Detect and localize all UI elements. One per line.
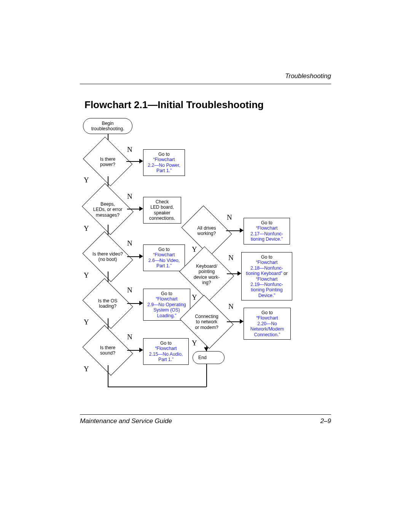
page: Troubleshooting Flowchart 2.1—Initial Tr…: [0, 0, 411, 532]
label-n: N: [127, 192, 132, 201]
link-flowchart-2-6[interactable]: “Flowchart2.6—No Video,Part 1.”: [148, 252, 180, 268]
label-y: Y: [84, 224, 89, 233]
or-text: or: [282, 271, 288, 276]
link-flowchart-2-17[interactable]: “Flowchart2.17—Nonfunc-tioning Device.”: [250, 225, 283, 242]
label-y: Y: [84, 271, 89, 280]
label-n: N: [127, 286, 132, 294]
label-n: N: [127, 145, 132, 154]
label-y: Y: [192, 245, 197, 254]
goto-prefix: Go to: [146, 152, 182, 157]
label-n: N: [127, 333, 132, 341]
process-check-led: CheckLED board,speakerconnections.: [143, 197, 181, 224]
link-flowchart-2-9[interactable]: “Flowchart2.9—No OperatingSystem (OS)Loa…: [147, 296, 186, 318]
footer-left: Maintenance and Service Guide: [80, 417, 172, 425]
link-flowchart-2-18[interactable]: “Flowchart2.18—Nonfunc-tioning Keyboard”: [246, 260, 283, 276]
goto-prefix: Go to: [146, 340, 186, 346]
process-no-video: Go to “Flowchart2.6—No Video,Part 1.”: [143, 244, 185, 271]
process-no-power: Go to “Flowchart2.2—No Power,Part 1.”: [143, 149, 185, 176]
process-no-network: Go to “Flowchart2.20—NoNetwork/ModemConn…: [244, 308, 291, 340]
link-flowchart-2-2[interactable]: “Flowchart2.2—No Power,Part 1.”: [148, 157, 180, 173]
link-flowchart-2-20[interactable]: “Flowchart2.20—NoNetwork/ModemConnection…: [250, 315, 284, 337]
link-flowchart-2-19[interactable]: “Flowchart2.19—Nonfunc-tioning PointingD…: [250, 276, 283, 298]
label-n: N: [127, 239, 132, 248]
label-y: Y: [192, 293, 197, 302]
process-nonfunc-keyboard: Go to “Flowchart2.18—Nonfunc-tioning Key…: [241, 252, 292, 300]
goto-prefix: Go to: [146, 291, 188, 296]
terminator-end: End: [193, 351, 225, 364]
goto-prefix: Go to: [244, 254, 290, 260]
label-n: N: [228, 254, 234, 262]
goto-prefix: Go to: [246, 310, 288, 315]
rule-bottom: [80, 414, 331, 415]
label-n: N: [228, 302, 234, 311]
goto-prefix: Go to: [146, 247, 182, 252]
label-y: Y: [192, 339, 197, 347]
label-n: N: [227, 213, 232, 222]
label-y: Y: [84, 176, 89, 184]
rule-top: [80, 84, 331, 84]
process-nonfunc-device: Go to “Flowchart2.17—Nonfunc-tioning Dev…: [244, 218, 290, 244]
label-y: Y: [84, 318, 89, 326]
label-y: Y: [84, 365, 89, 373]
goto-prefix: Go to: [246, 220, 287, 225]
process-check-led-text: CheckLED board,speakerconnections.: [149, 199, 175, 221]
page-title: Flowchart 2.1—Initial Troubleshooting: [84, 99, 264, 111]
footer-right: 2–9: [320, 417, 331, 425]
process-no-audio: Go to “Flowchart2.15—No Audio,Part 1.”: [143, 338, 189, 365]
running-header: Troubleshooting: [285, 72, 331, 80]
terminator-begin: Begintroubleshooting.: [83, 118, 132, 134]
flowchart: Begintroubleshooting. Is therepower? Y N…: [80, 118, 331, 407]
link-flowchart-2-15[interactable]: “Flowchart2.15—No Audio,Part 1.”: [149, 346, 183, 362]
